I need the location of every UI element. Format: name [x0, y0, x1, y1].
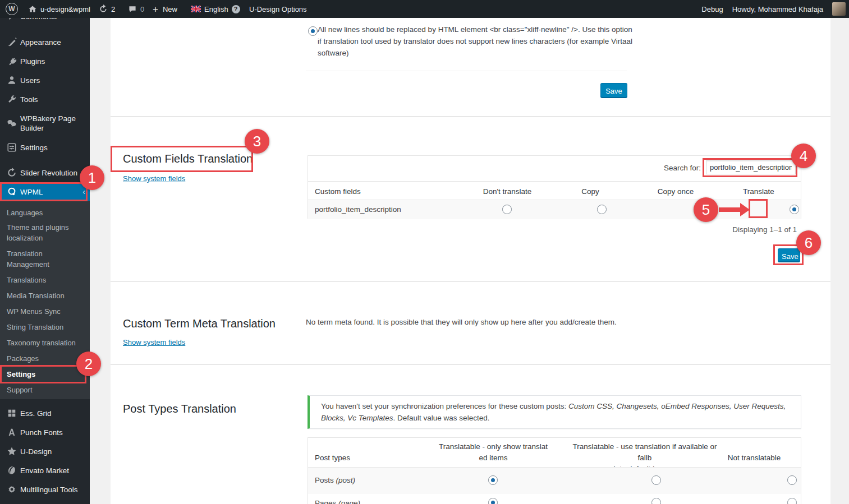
- settings-sliders-icon: [6, 142, 17, 153]
- settings-panel: All new lines should be replaced by HTML…: [111, 18, 830, 504]
- admin-sidebar: Comments Appearance Plugins Users Tools …: [0, 18, 90, 504]
- copy-radio[interactable]: [597, 205, 607, 214]
- xliff-newline-radio[interactable]: [308, 26, 318, 36]
- xliff-save-button[interactable]: Save: [600, 83, 627, 98]
- sidebar-item-multilingual-tools[interactable]: Multilingual Tools: [0, 480, 90, 499]
- post-type-label: Posts (post): [315, 476, 355, 484]
- warning-text: You haven't set your synchronization pre…: [321, 402, 568, 410]
- sidebar-item-punch-fonts[interactable]: Punch Fonts: [0, 423, 90, 442]
- custom-field-name: portfolio_item_description: [315, 205, 401, 214]
- updates-icon: [99, 4, 108, 13]
- submenu-packages[interactable]: Packages: [7, 353, 85, 364]
- form-divider: [306, 71, 627, 71]
- section-divider: [111, 116, 830, 117]
- sidebar-item-settings[interactable]: Settings: [0, 138, 90, 157]
- annotation-box-translate-radio: [749, 199, 768, 218]
- posts-translatable-only-radio[interactable]: [488, 475, 498, 485]
- submenu-theme-localization[interactable]: Theme and plugins localization: [7, 222, 85, 243]
- uk-flag-icon: [191, 6, 201, 12]
- submenu-translations[interactable]: Translations: [7, 275, 85, 285]
- sidebar-item-appearance[interactable]: Appearance: [0, 33, 90, 52]
- main-content: All new lines should be replaced by HTML…: [90, 18, 849, 504]
- dont-translate-radio[interactable]: [502, 205, 512, 214]
- annotation-step-2: 2: [76, 352, 101, 376]
- pages-translatable-only-radio[interactable]: [488, 498, 498, 504]
- column-header-custom-fields: Custom fields: [315, 187, 361, 196]
- annotation-step-6: 6: [796, 230, 821, 255]
- annotation-box-search-input: [703, 158, 797, 177]
- submenu-translation-management[interactable]: Translation Management: [7, 248, 85, 270]
- sidebar-item-wpbakery[interactable]: WPBakery Page Builder: [0, 110, 90, 137]
- column-header-dont-translate: Don't translate: [462, 187, 552, 196]
- post-types-title: Post Types Translation: [123, 403, 236, 415]
- submenu-media-translation[interactable]: Media Translation: [7, 290, 85, 301]
- u-design-star-icon: [6, 446, 17, 457]
- posts-translatable-fallback-radio[interactable]: [651, 475, 661, 485]
- section-divider: [111, 364, 830, 365]
- sidebar-item-u-design[interactable]: U-Design: [0, 442, 90, 461]
- sidebar-item-plugins[interactable]: Plugins: [0, 52, 90, 71]
- debug-menu[interactable]: Debug: [701, 5, 723, 13]
- wordpress-logo-icon: W: [6, 3, 18, 15]
- term-meta-note: No term meta found. It is possible that …: [306, 318, 617, 326]
- help-icon[interactable]: ?: [232, 5, 240, 13]
- submenu-string-translation[interactable]: String Translation: [7, 322, 85, 332]
- show-system-fields-link[interactable]: Show system fields: [123, 174, 185, 183]
- sidebar-item-ess-grid[interactable]: Ess. Grid: [0, 404, 90, 423]
- sidebar-item-tools[interactable]: Tools: [0, 90, 90, 109]
- post-types-table: Post types Translatable - only show tran…: [308, 437, 801, 504]
- tools-icon: [6, 94, 17, 105]
- submenu-support[interactable]: Support: [7, 385, 85, 395]
- annotation-arrow-head: [740, 203, 750, 216]
- pages-translatable-fallback-radio[interactable]: [651, 498, 661, 504]
- site-name: u-design&wpml: [40, 5, 90, 13]
- wordpress-logo-menu[interactable]: W: [6, 0, 18, 18]
- language-switcher[interactable]: English ?: [191, 0, 240, 18]
- section-divider: [111, 281, 830, 282]
- annotation-step-4: 4: [791, 144, 816, 168]
- new-content-menu[interactable]: + New: [153, 0, 177, 18]
- pages-not-translatable-radio[interactable]: [787, 498, 797, 504]
- show-system-fields-link-2[interactable]: Show system fields: [123, 338, 185, 346]
- annotation-step-1: 1: [80, 165, 104, 190]
- udesign-options-menu[interactable]: U-Design Options: [249, 0, 307, 18]
- column-header-post-types: Post types: [315, 454, 350, 462]
- howdy-account-menu[interactable]: Howdy, Mohammed Khafaja: [732, 5, 823, 13]
- comments-bubble-icon: [128, 4, 137, 13]
- comment-count: 0: [140, 5, 144, 13]
- envato-leaf-icon: [6, 465, 17, 476]
- translate-radio[interactable]: [790, 205, 799, 214]
- user-avatar[interactable]: [832, 2, 846, 16]
- displaying-count: Displaying 1–1 of 1: [616, 225, 797, 234]
- table-line: [308, 181, 801, 182]
- wpbakery-icon: [6, 118, 17, 129]
- ess-grid-icon: [6, 408, 17, 419]
- submenu-wp-menus-sync[interactable]: WP Menus Sync: [7, 306, 85, 317]
- annotation-arrow-shaft: [719, 207, 740, 212]
- home-icon: [28, 4, 37, 13]
- admin-bar-right: Debug Howdy, Mohammed Khafaja: [701, 0, 846, 18]
- sidebar-item-comments[interactable]: Comments: [0, 18, 90, 26]
- custom-term-meta-title: Custom Term Meta Translation: [123, 317, 276, 330]
- slider-revolution-icon: [6, 167, 17, 178]
- submenu-languages[interactable]: Languages: [7, 207, 85, 218]
- new-label: New: [163, 5, 177, 13]
- plugins-icon: [6, 56, 17, 67]
- sidebar-item-envato-market[interactable]: Envato Market: [0, 461, 90, 480]
- updates-menu[interactable]: 2: [99, 0, 115, 18]
- column-header-copy: Copy: [545, 187, 635, 196]
- annotation-box-settings: [0, 365, 86, 383]
- column-header-copy-once: Copy once: [629, 187, 722, 196]
- warning-suffix: . Default value was selected.: [393, 414, 490, 422]
- comments-menu[interactable]: 0: [128, 0, 144, 18]
- posts-not-translatable-radio[interactable]: [787, 475, 797, 485]
- sidebar-item-users[interactable]: Users: [0, 71, 90, 90]
- sidebar-item-slider-revolution[interactable]: Slider Revolution: [0, 163, 90, 182]
- column-header-translate: Translate: [714, 187, 804, 196]
- admin-bar: W u-design&wpml 2 0 + New English: [0, 0, 849, 18]
- site-name-link[interactable]: u-design&wpml: [28, 0, 90, 18]
- punch-fonts-icon: [6, 427, 17, 438]
- search-label: Search for:: [544, 164, 701, 172]
- submenu-taxonomy-translation[interactable]: Taxonomy translation: [7, 337, 85, 348]
- appearance-icon: [6, 36, 17, 48]
